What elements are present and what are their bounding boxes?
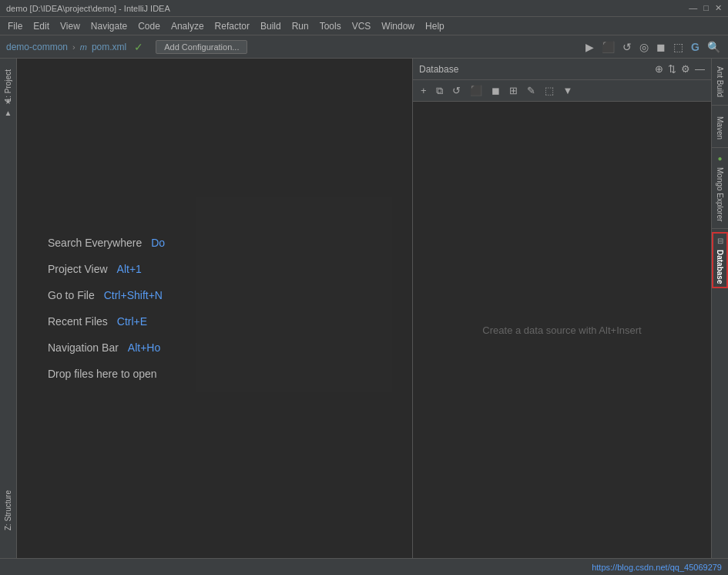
maven-label: Maven — [714, 112, 726, 144]
title-bar-text: demo [D:\IDEA\project\demo] - IntelliJ I… — [6, 4, 170, 13]
db-sort-icon[interactable]: ⇅ — [668, 63, 676, 75]
db-copy-icon[interactable]: ⧉ — [433, 83, 446, 99]
search-everywhere-shortcut: Do — [151, 237, 165, 249]
database-toolbar: + ⧉ ↺ ⬛ ◼ ⊞ ✎ ⬚ ▼ — [413, 80, 711, 102]
menu-analyze[interactable]: Analyze — [166, 19, 209, 33]
search2-icon[interactable]: 🔍 — [706, 39, 722, 55]
db-minimize-icon[interactable]: — — [695, 63, 705, 75]
add-configuration-button[interactable]: Add Configuration... — [156, 40, 247, 54]
mongo-explorer-label: Mongo Explorer — [714, 164, 726, 225]
tab-bar: demo-common › m pom.xml ✓ Add Configurat… — [0, 35, 728, 59]
db-filter-icon[interactable]: ▼ — [560, 83, 576, 98]
window-controls[interactable]: — □ ✕ — [689, 3, 722, 13]
checkmark-icon: ✓ — [134, 41, 143, 53]
navigation-bar-shortcut: Alt+Ho — [128, 341, 160, 354]
mongo-green-dot: ● — [717, 154, 722, 163]
g-icon[interactable]: G — [689, 39, 701, 55]
database-empty-content: Create a data source with Alt+Insert — [413, 102, 711, 558]
go-to-file-label: Go to File — [48, 289, 95, 301]
structure-tab-label[interactable]: Z: Structure — [2, 486, 14, 535]
database-side-tab[interactable]: ⊟ Database — [712, 232, 728, 288]
navigation-bar-label: Navigation Bar — [48, 341, 119, 354]
database-panel-title: Database — [419, 64, 650, 75]
structure-panel-tab[interactable]: Z: Structure — [0, 486, 16, 535]
ant-build-label: Ant Build — [714, 62, 726, 102]
run-toolbar: ▶ ⬛ ↺ ◎ ◼ ⬚ G 🔍 — [584, 39, 722, 55]
title-bar: demo [D:\IDEA\project\demo] - IntelliJ I… — [0, 0, 728, 17]
right-sidebar: Ant Build Maven ● Mongo Explorer ⊟ Datab… — [711, 59, 728, 558]
menu-code[interactable]: Code — [133, 19, 165, 33]
status-bar: https://blog.csdn.net/qq_45069279 — [0, 558, 728, 575]
left-sidebar: 1: Project ★ ▲ Z: Structure — [0, 59, 17, 558]
go-to-file-item[interactable]: Go to File Ctrl+Shift+N — [48, 284, 381, 306]
main-area: 1: Project ★ ▲ Z: Structure Search Every… — [0, 59, 728, 558]
stop-icon[interactable]: ◼ — [655, 39, 667, 55]
mongo-explorer-tab[interactable]: ● Mongo Explorer — [712, 151, 728, 229]
maximize-button[interactable]: □ — [703, 3, 709, 13]
editor-area: Search Everywhere Do Project View Alt+1 … — [17, 59, 412, 558]
db-edit-icon[interactable]: ✎ — [524, 83, 538, 98]
search-everywhere-item[interactable]: Search Everywhere Do — [48, 232, 381, 254]
menu-vcs[interactable]: VCS — [347, 19, 376, 33]
menu-bar: File Edit View Navigate Code Analyze Ref… — [0, 17, 728, 35]
file-type-icon: m — [80, 42, 87, 52]
db-table-icon[interactable]: ⊞ — [506, 83, 521, 98]
database-empty-message: Create a data source with Alt+Insert — [482, 324, 641, 336]
folder-icon[interactable]: ⬚ — [672, 39, 685, 55]
menu-refactor[interactable]: Refactor — [210, 19, 254, 33]
collapse-icon[interactable]: ▲ — [5, 109, 12, 117]
project-view-item[interactable]: Project View Alt+1 — [48, 258, 381, 280]
search-everywhere-label: Search Everywhere — [48, 237, 142, 249]
recent-files-shortcut: Ctrl+E — [117, 315, 147, 328]
navigation-bar-item[interactable]: Navigation Bar Alt+Ho — [48, 337, 381, 358]
project-view-shortcut: Alt+1 — [117, 263, 142, 275]
drop-files-item: Drop files here to open — [48, 363, 381, 385]
ant-build-tab[interactable]: Ant Build — [712, 62, 728, 106]
menu-window[interactable]: Window — [377, 19, 419, 33]
favorites-icon[interactable]: ★ — [5, 97, 12, 106]
db-refresh-icon[interactable]: ↺ — [449, 83, 464, 98]
menu-edit[interactable]: Edit — [29, 19, 54, 33]
refresh-icon[interactable]: ↺ — [621, 39, 633, 55]
project-breadcrumb[interactable]: demo-common — [6, 42, 68, 52]
database-panel: Database ⊕ ⇅ ⚙ — + ⧉ ↺ ⬛ ◼ ⊞ ✎ ⬚ ▼ Creat… — [412, 59, 711, 558]
db-stop-icon[interactable]: ◼ — [488, 83, 503, 98]
status-url-link[interactable]: https://blog.csdn.net/qq_45069279 — [592, 563, 722, 572]
run-icon[interactable]: ▶ — [584, 39, 595, 55]
menu-help[interactable]: Help — [421, 19, 449, 33]
go-to-file-shortcut: Ctrl+Shift+N — [104, 289, 163, 301]
recent-files-item[interactable]: Recent Files Ctrl+E — [48, 311, 381, 332]
db-image-icon[interactable]: ⬚ — [542, 83, 557, 98]
db-schema-icon[interactable]: ⬛ — [467, 83, 485, 98]
close-button[interactable]: ✕ — [715, 3, 722, 13]
menu-navigate[interactable]: Navigate — [86, 19, 132, 33]
maven-tab[interactable]: Maven — [712, 109, 728, 148]
menu-file[interactable]: File — [3, 19, 27, 33]
search-icon[interactable]: ◎ — [638, 39, 650, 55]
project-view-label: Project View — [48, 263, 108, 275]
breadcrumb-arrow: › — [72, 42, 75, 52]
menu-tools[interactable]: Tools — [315, 19, 346, 33]
recent-files-label: Recent Files — [48, 315, 108, 328]
db-add-button[interactable]: + — [418, 83, 430, 98]
file-tab[interactable]: pom.xml — [92, 42, 126, 52]
database-panel-header: Database ⊕ ⇅ ⚙ — — [413, 59, 711, 80]
menu-view[interactable]: View — [55, 19, 85, 33]
debug-icon[interactable]: ⬛ — [600, 39, 616, 55]
minimize-button[interactable]: — — [689, 3, 697, 13]
db-settings-icon[interactable]: ⚙ — [681, 63, 690, 75]
database-side-label: Database — [714, 247, 726, 287]
menu-run[interactable]: Run — [287, 19, 314, 33]
database-stack-icon: ⊟ — [717, 237, 723, 245]
action-dropdown: Search Everywhere Do Project View Alt+1 … — [17, 59, 412, 558]
menu-build[interactable]: Build — [256, 19, 286, 33]
db-globe-icon[interactable]: ⊕ — [655, 63, 663, 75]
drop-files-label: Drop files here to open — [48, 368, 157, 380]
